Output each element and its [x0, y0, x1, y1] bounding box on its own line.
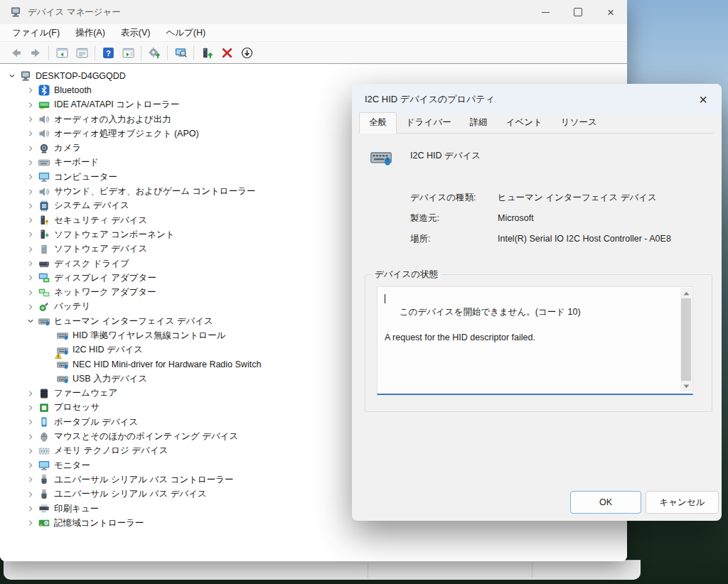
chevron-right-icon[interactable] — [23, 215, 38, 226]
menu-item-2[interactable]: 表示(V) — [113, 25, 159, 41]
toolbar-help-icon[interactable]: ? — [98, 44, 118, 62]
minimize-icon — [542, 12, 550, 13]
tab-resources[interactable]: リソース — [552, 113, 606, 133]
tree-item-label: セキュリティ デバイス — [54, 215, 147, 227]
chevron-right-icon[interactable] — [23, 186, 38, 198]
audio-icon — [38, 186, 50, 198]
maximize-button[interactable] — [562, 0, 594, 24]
chevron-right-icon[interactable] — [23, 258, 38, 269]
scroll-down-icon[interactable] — [680, 381, 692, 391]
field-value: ヒューマン インターフェイス デバイス — [498, 192, 709, 204]
caption-buttons: × — [529, 0, 627, 24]
toolbar-uninstall-device-icon[interactable] — [217, 44, 237, 62]
chevron-right-icon[interactable] — [23, 402, 38, 413]
tree-item-label: ユニバーサル シリアル バス デバイス — [54, 488, 207, 500]
mouse-icon — [38, 431, 50, 443]
toolbar-remote-computer-icon[interactable] — [171, 44, 191, 62]
tree-item-label: HID 準拠ワイヤレス無線コントロール — [73, 330, 225, 342]
field-row: 場所:Intel(R) Serial IO I2C Host Controlle… — [410, 233, 709, 245]
toolbar-update-driver-icon[interactable] — [197, 44, 217, 62]
toolbar-properties-icon[interactable] — [72, 44, 92, 62]
tab-events[interactable]: イベント — [497, 113, 552, 133]
chevron-right-icon[interactable] — [23, 388, 38, 399]
usb-icon — [38, 474, 50, 485]
chevron-right-icon[interactable] — [23, 301, 38, 313]
tree-item-label: システム デバイス — [54, 200, 129, 212]
tree-item-label: モニター — [54, 460, 90, 472]
chevron-right-icon[interactable] — [23, 287, 38, 298]
chevron-right-icon[interactable] — [23, 517, 38, 529]
chevron-right-icon[interactable] — [23, 503, 38, 514]
chevron-spacer — [41, 359, 57, 370]
chevron-right-icon[interactable] — [23, 200, 38, 212]
network-icon — [38, 287, 50, 298]
audio-icon — [38, 114, 50, 125]
toolbar-scan-hardware-changes-icon[interactable] — [144, 44, 164, 62]
chevron-spacer — [41, 373, 57, 384]
chevron-right-icon[interactable] — [23, 460, 38, 471]
tree-item-label: ファームウェア — [54, 387, 117, 399]
toolbar-disable-device-icon[interactable] — [237, 44, 257, 62]
scrollbar[interactable] — [680, 288, 692, 391]
menu-item-0[interactable]: ファイル(F) — [4, 25, 68, 41]
chevron-right-icon[interactable] — [23, 128, 38, 139]
tab-driver[interactable]: ドライバー — [397, 113, 461, 133]
dialog-titlebar: I2C HID デバイスのプロパティ × — [352, 84, 722, 115]
close-icon: × — [699, 92, 707, 108]
scrollbar-thumb[interactable] — [681, 298, 691, 381]
chevron-right-icon[interactable] — [23, 474, 38, 485]
device-status-groupbox: デバイスの状態 このデバイスを開始できません。(コード 10) A reques… — [365, 274, 712, 412]
tree-item-label: メモリ テクノロジ デバイス — [54, 445, 168, 457]
menu-item-1[interactable]: 操作(A) — [68, 25, 113, 41]
chevron-right-icon[interactable] — [23, 114, 38, 125]
text-caret — [385, 294, 385, 303]
chevron-right-icon[interactable] — [23, 244, 38, 255]
chevron-right-icon[interactable] — [23, 229, 38, 240]
hid-icon — [38, 315, 50, 327]
tree-item-label: マウスとそのほかのポインティング デバイス — [54, 431, 238, 443]
tab-details[interactable]: 詳細 — [461, 113, 497, 133]
close-button[interactable]: × — [594, 0, 627, 24]
menu-item-3[interactable]: ヘルプ(H) — [158, 25, 213, 41]
tree-row[interactable]: DESKTOP-D4GGQDD — [0, 69, 627, 83]
chevron-down-icon[interactable] — [4, 70, 20, 82]
device-name: I2C HID デバイス — [410, 150, 481, 162]
chevron-right-icon[interactable] — [23, 431, 38, 443]
tree-item-label: ポータブル デバイス — [54, 416, 138, 428]
dialog-title: I2C HID デバイスのプロパティ — [365, 93, 495, 106]
toolbar-back-icon[interactable] — [6, 44, 26, 62]
chevron-right-icon[interactable] — [23, 416, 38, 428]
tree-item-label: サウンド、ビデオ、およびゲーム コントローラー — [54, 185, 255, 198]
disk-icon — [38, 258, 50, 269]
toolbar-separator — [95, 45, 95, 60]
toolbar-action-pane-icon[interactable] — [118, 44, 138, 62]
field-label: 場所: — [410, 233, 498, 245]
cancel-button[interactable]: キャンセル — [646, 491, 719, 514]
chevron-right-icon[interactable] — [23, 489, 38, 500]
status-line: このデバイスを開始できません。(コード 10) — [400, 307, 581, 317]
minimize-button[interactable] — [529, 0, 562, 24]
audio-icon — [38, 128, 50, 139]
toolbar-console-tree-icon[interactable] — [52, 44, 72, 62]
dialog-tabs: 全般ドライバー詳細イベントリソース — [359, 114, 714, 134]
tree-item-label: オーディオ処理オブジェクト (APO) — [54, 128, 199, 140]
hid-device-icon — [366, 146, 396, 168]
toolbar-forward-icon[interactable] — [26, 44, 46, 62]
chevron-right-icon[interactable] — [23, 157, 38, 168]
chevron-right-icon[interactable] — [23, 143, 38, 154]
chevron-down-icon[interactable] — [23, 315, 38, 327]
dialog-close-button[interactable]: × — [693, 90, 713, 109]
chevron-right-icon[interactable] — [23, 99, 38, 111]
warning-icon — [55, 350, 62, 357]
chevron-right-icon[interactable] — [23, 85, 38, 96]
ok-button[interactable]: OK — [570, 491, 641, 514]
scroll-up-icon[interactable] — [680, 288, 692, 298]
tree-item-label: ディスプレイ アダプター — [54, 272, 156, 284]
chevron-right-icon[interactable] — [23, 171, 38, 183]
chevron-right-icon[interactable] — [23, 445, 38, 457]
memory-icon — [38, 445, 50, 457]
tab-general[interactable]: 全般 — [359, 112, 397, 134]
device-status-text[interactable]: このデバイスを開始できません。(コード 10) A request for th… — [377, 286, 693, 395]
chevron-right-icon[interactable] — [23, 272, 38, 283]
toolbar-separator — [141, 45, 141, 60]
